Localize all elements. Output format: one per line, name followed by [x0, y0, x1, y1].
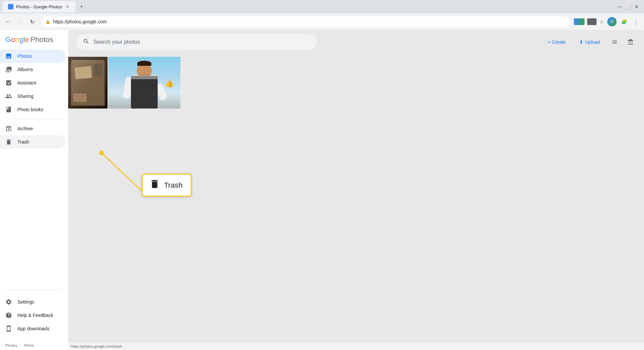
terms-link[interactable]: Terms	[24, 343, 34, 347]
albums-icon	[5, 66, 12, 73]
top-actions: + Create ⬆ Upload	[544, 37, 636, 47]
sidebar-photo-books-label: Photo books	[17, 107, 43, 112]
app-logo[interactable]: Google Photos	[0, 30, 68, 47]
sidebar-item-photos[interactable]: Photos	[0, 49, 65, 63]
sidebar-assistant-label: Assistant	[17, 80, 36, 85]
sidebar-footer: Settings Help & Feedback App downloads	[0, 293, 68, 341]
sidebar-divider-2	[5, 290, 63, 290]
photo-thumb-person[interactable]: 👍	[108, 57, 180, 109]
callout-trash-icon	[149, 179, 160, 192]
tab-title: Photos - Google Photos	[16, 4, 62, 9]
sidebar-item-albums[interactable]: Albums	[0, 63, 65, 76]
sharing-icon	[5, 93, 12, 100]
new-tab-button[interactable]: +	[77, 2, 86, 11]
sidebar-photos-label: Photos	[17, 53, 32, 59]
app-layout: Google Photos Photos Albums	[0, 30, 644, 350]
refresh-button[interactable]: ↻	[27, 16, 37, 27]
archive-icon	[5, 125, 12, 132]
top-bar: Search your photos + Create ⬆ Upload	[68, 30, 644, 54]
minimize-button[interactable]: —	[617, 4, 622, 10]
active-tab[interactable]: Photos - Google Photos ✕	[3, 1, 75, 12]
apps-grid-button[interactable]	[625, 37, 636, 47]
back-button[interactable]: ←	[3, 16, 13, 27]
nav-right-icons: ☆ G 🧩 ⋮	[574, 16, 641, 27]
address-bar[interactable]: 🔒 https://photos.google.com	[41, 16, 570, 27]
upload-label: Upload	[585, 39, 600, 45]
profile-avatar: G	[607, 17, 617, 26]
security-lock-icon: 🔒	[45, 19, 50, 24]
sidebar-item-assistant[interactable]: Assistant	[0, 76, 65, 90]
bookmark-icon[interactable]: ☆	[598, 17, 605, 26]
profile-button[interactable]: G	[607, 16, 617, 27]
nav-indicator-1	[574, 18, 585, 25]
help-icon	[5, 312, 12, 319]
logo-e: e	[25, 35, 29, 44]
sidebar: Google Photos Photos Albums	[0, 30, 68, 350]
status-url: https://photos.google.com/trash	[71, 344, 122, 348]
sidebar-divider-1	[5, 119, 63, 119]
logo-o2: o	[15, 35, 19, 44]
tab-bar: Photos - Google Photos ✕ + — ⬜ ✕	[0, 0, 644, 13]
trash-sidebar-icon	[5, 139, 12, 145]
logo-photos-text: Photos	[30, 35, 53, 44]
browser-chrome: Photos - Google Photos ✕ + — ⬜ ✕ ← → ↻ 🔒…	[0, 0, 644, 30]
sidebar-settings-label: Settings	[17, 299, 34, 305]
sidebar-item-archive[interactable]: Archive	[0, 122, 65, 135]
sidebar-help-label: Help & Feedback	[17, 313, 53, 318]
photo-books-icon	[5, 106, 12, 113]
photos-area: 👍	[68, 54, 644, 350]
photos-icon	[5, 53, 12, 59]
privacy-link[interactable]: Privacy	[5, 343, 17, 347]
upload-button[interactable]: ⬆ Upload	[575, 37, 604, 47]
sidebar-item-sharing[interactable]: Sharing	[0, 90, 65, 103]
callout-box: Trash	[142, 174, 192, 197]
sidebar-app-downloads-label: App downloads	[17, 326, 49, 331]
main-content: Search your photos + Create ⬆ Upload	[68, 30, 644, 350]
search-icon	[83, 38, 90, 46]
extensions-button[interactable]: 🧩	[619, 16, 629, 27]
logo-g: G	[5, 35, 11, 44]
close-window-button[interactable]: ✕	[634, 4, 639, 10]
status-bar: https://photos.google.com/trash	[68, 343, 644, 350]
sidebar-albums-label: Albums	[17, 67, 33, 72]
logo-g2: g	[19, 35, 23, 44]
create-label: + Create	[548, 39, 566, 45]
tab-close-button[interactable]: ✕	[65, 4, 70, 9]
sidebar-footer-links: Privacy · Terms	[0, 341, 68, 350]
grid-view-button[interactable]	[609, 37, 620, 47]
app-downloads-icon	[5, 325, 12, 332]
sidebar-item-app-downloads[interactable]: App downloads	[0, 322, 65, 335]
tab-favicon	[8, 4, 13, 9]
sidebar-trash-label: Trash	[17, 139, 29, 145]
logo-o1: o	[11, 35, 15, 44]
sidebar-nav: Photos Albums Assistant Sh	[0, 47, 68, 287]
sidebar-item-photo-books[interactable]: Photo books	[0, 103, 65, 116]
sidebar-sharing-label: Sharing	[17, 94, 33, 99]
address-text: https://photos.google.com	[53, 19, 107, 24]
create-button[interactable]: + Create	[544, 37, 570, 47]
search-bar[interactable]: Search your photos	[76, 34, 317, 50]
sidebar-item-trash[interactable]: Trash	[0, 135, 65, 149]
sidebar-archive-label: Archive	[17, 126, 33, 131]
footer-separator: ·	[20, 343, 21, 347]
assistant-icon	[5, 79, 12, 86]
more-options-button[interactable]: ⋮	[631, 16, 641, 27]
maximize-button[interactable]: ⬜	[625, 4, 632, 10]
sidebar-item-settings[interactable]: Settings	[0, 295, 65, 309]
sidebar-item-help[interactable]: Help & Feedback	[0, 309, 65, 322]
search-placeholder: Search your photos	[94, 39, 140, 45]
photo-thumb-desk[interactable]	[68, 57, 108, 109]
upload-icon: ⬆	[579, 39, 583, 45]
settings-icon	[5, 299, 12, 305]
photo-row-1: 👍	[68, 57, 644, 109]
callout-text: Trash	[164, 181, 182, 190]
nav-bar: ← → ↻ 🔒 https://photos.google.com ☆ G 🧩 …	[0, 13, 644, 30]
nav-indicator-2	[587, 18, 597, 25]
forward-button[interactable]: →	[15, 16, 25, 27]
